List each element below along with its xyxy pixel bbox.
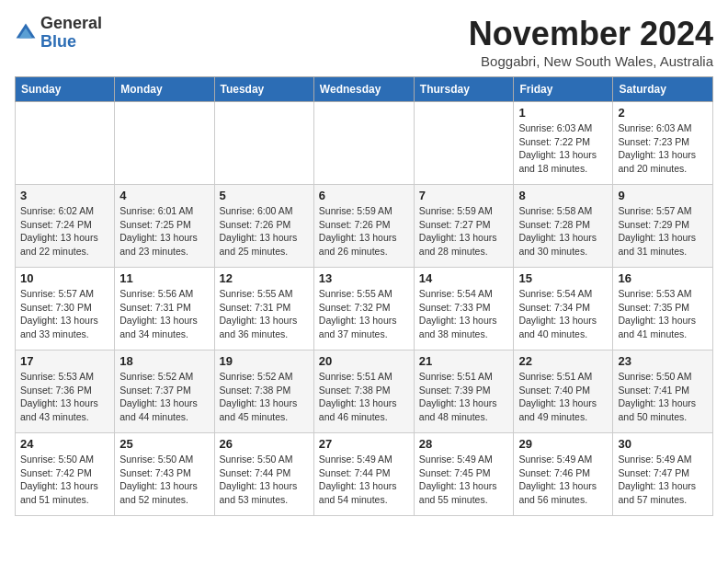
day-number: 5 [220,189,309,202]
calendar-week-1: 1Sunrise: 6:03 AMSunset: 7:22 PMDaylight… [16,102,713,185]
day-number: 23 [618,354,708,368]
day-info: Sunrise: 6:01 AMSunset: 7:25 PMDaylight:… [119,204,209,259]
calendar-day: 3Sunrise: 6:02 AMSunset: 7:24 PMDaylight… [16,185,115,268]
day-info: Sunrise: 5:49 AMSunset: 7:45 PMDaylight:… [419,453,509,507]
day-info: Sunrise: 5:51 AMSunset: 7:38 PMDaylight:… [319,370,409,424]
weekday-header-thursday: Thursday [414,77,514,102]
day-number: 21 [419,354,509,368]
day-number: 1 [518,106,608,120]
day-info: Sunrise: 5:52 AMSunset: 7:38 PMDaylight:… [220,370,309,424]
day-number: 4 [119,189,209,202]
location: Boggabri, New South Wales, Australia [469,53,713,69]
day-info: Sunrise: 5:53 AMSunset: 7:36 PMDaylight:… [20,370,109,424]
day-number: 30 [618,437,708,451]
day-info: Sunrise: 5:51 AMSunset: 7:40 PMDaylight:… [518,370,608,424]
day-number: 15 [518,271,608,285]
calendar-body: 1Sunrise: 6:03 AMSunset: 7:22 PMDaylight… [16,102,713,516]
calendar-day: 14Sunrise: 5:54 AMSunset: 7:33 PMDayligh… [414,268,514,350]
logo-icon [15,22,37,44]
day-info: Sunrise: 5:50 AMSunset: 7:44 PMDaylight:… [220,453,309,507]
calendar-day: 1Sunrise: 6:03 AMSunset: 7:22 PMDaylight… [514,102,613,185]
weekday-header-sunday: Sunday [16,77,115,102]
day-info: Sunrise: 5:52 AMSunset: 7:37 PMDaylight:… [119,370,209,424]
calendar-day [16,102,115,185]
day-info: Sunrise: 5:54 AMSunset: 7:33 PMDaylight:… [419,287,509,341]
calendar-day: 16Sunrise: 5:53 AMSunset: 7:35 PMDayligh… [613,268,713,350]
day-number: 18 [119,354,209,368]
logo-blue: Blue [40,32,76,51]
calendar-day: 6Sunrise: 5:59 AMSunset: 7:26 PMDaylight… [313,185,414,268]
calendar-day: 9Sunrise: 5:57 AMSunset: 7:29 PMDaylight… [613,185,713,268]
weekday-header-saturday: Saturday [613,77,713,102]
day-number: 22 [518,354,608,368]
calendar-day: 8Sunrise: 5:58 AMSunset: 7:28 PMDaylight… [514,185,613,268]
weekday-header-monday: Monday [115,77,214,102]
page-header: General Blue November 2024 Boggabri, New… [15,15,713,69]
day-info: Sunrise: 5:56 AMSunset: 7:31 PMDaylight:… [119,287,209,341]
day-number: 6 [319,189,409,202]
day-info: Sunrise: 5:50 AMSunset: 7:41 PMDaylight:… [618,370,708,424]
calendar-header: SundayMondayTuesdayWednesdayThursdayFrid… [16,77,713,102]
calendar-day: 18Sunrise: 5:52 AMSunset: 7:37 PMDayligh… [115,350,214,433]
calendar-day: 5Sunrise: 6:00 AMSunset: 7:26 PMDaylight… [214,185,313,268]
day-info: Sunrise: 5:55 AMSunset: 7:31 PMDaylight:… [220,287,309,341]
calendar-day: 27Sunrise: 5:49 AMSunset: 7:44 PMDayligh… [313,433,414,516]
day-number: 13 [319,271,409,285]
calendar-day: 4Sunrise: 6:01 AMSunset: 7:25 PMDaylight… [115,185,214,268]
day-number: 28 [419,437,509,451]
day-number: 9 [618,189,708,202]
day-info: Sunrise: 5:49 AMSunset: 7:46 PMDaylight:… [518,453,608,507]
day-info: Sunrise: 5:57 AMSunset: 7:29 PMDaylight:… [618,204,708,259]
day-info: Sunrise: 5:59 AMSunset: 7:27 PMDaylight:… [419,204,509,259]
calendar-day: 11Sunrise: 5:56 AMSunset: 7:31 PMDayligh… [115,268,214,350]
day-info: Sunrise: 5:50 AMSunset: 7:43 PMDaylight:… [119,453,209,507]
calendar-week-4: 17Sunrise: 5:53 AMSunset: 7:36 PMDayligh… [16,350,713,433]
day-info: Sunrise: 5:49 AMSunset: 7:47 PMDaylight:… [618,453,708,507]
day-number: 12 [220,271,309,285]
day-number: 17 [20,354,109,368]
weekday-header-tuesday: Tuesday [214,77,313,102]
day-number: 20 [319,354,409,368]
day-info: Sunrise: 5:59 AMSunset: 7:26 PMDaylight:… [319,204,409,259]
logo-general: General [40,14,102,32]
day-info: Sunrise: 6:03 AMSunset: 7:22 PMDaylight:… [518,121,608,176]
day-number: 24 [20,437,109,451]
calendar-day: 12Sunrise: 5:55 AMSunset: 7:31 PMDayligh… [214,268,313,350]
day-number: 14 [419,271,509,285]
day-info: Sunrise: 5:51 AMSunset: 7:39 PMDaylight:… [419,370,509,424]
day-number: 19 [220,354,309,368]
day-number: 16 [618,271,708,285]
day-number: 11 [119,271,209,285]
calendar-day: 13Sunrise: 5:55 AMSunset: 7:32 PMDayligh… [313,268,414,350]
calendar-day: 30Sunrise: 5:49 AMSunset: 7:47 PMDayligh… [613,433,713,516]
day-number: 3 [20,189,109,202]
calendar-week-3: 10Sunrise: 5:57 AMSunset: 7:30 PMDayligh… [16,268,713,350]
logo-text: General Blue [40,15,102,52]
calendar-day: 10Sunrise: 5:57 AMSunset: 7:30 PMDayligh… [16,268,115,350]
calendar-day: 24Sunrise: 5:50 AMSunset: 7:42 PMDayligh… [16,433,115,516]
day-number: 7 [419,189,509,202]
day-number: 10 [20,271,109,285]
day-number: 29 [518,437,608,451]
day-number: 25 [119,437,209,451]
calendar-day: 15Sunrise: 5:54 AMSunset: 7:34 PMDayligh… [514,268,613,350]
calendar-day [214,102,313,185]
calendar-day: 21Sunrise: 5:51 AMSunset: 7:39 PMDayligh… [414,350,514,433]
weekday-header-friday: Friday [514,77,613,102]
day-number: 26 [220,437,309,451]
calendar-day: 20Sunrise: 5:51 AMSunset: 7:38 PMDayligh… [313,350,414,433]
calendar-week-5: 24Sunrise: 5:50 AMSunset: 7:42 PMDayligh… [16,433,713,516]
day-info: Sunrise: 6:00 AMSunset: 7:26 PMDaylight:… [220,204,309,259]
calendar-table: SundayMondayTuesdayWednesdayThursdayFrid… [15,76,713,516]
month-title: November 2024 [469,15,713,53]
calendar-day [115,102,214,185]
calendar-day: 26Sunrise: 5:50 AMSunset: 7:44 PMDayligh… [214,433,313,516]
day-number: 8 [518,189,608,202]
calendar-day: 25Sunrise: 5:50 AMSunset: 7:43 PMDayligh… [115,433,214,516]
day-info: Sunrise: 6:03 AMSunset: 7:23 PMDaylight:… [618,121,708,176]
calendar-day: 17Sunrise: 5:53 AMSunset: 7:36 PMDayligh… [16,350,115,433]
day-info: Sunrise: 6:02 AMSunset: 7:24 PMDaylight:… [20,204,109,259]
calendar-week-2: 3Sunrise: 6:02 AMSunset: 7:24 PMDaylight… [16,185,713,268]
calendar-day: 29Sunrise: 5:49 AMSunset: 7:46 PMDayligh… [514,433,613,516]
weekday-header-row: SundayMondayTuesdayWednesdayThursdayFrid… [16,77,713,102]
